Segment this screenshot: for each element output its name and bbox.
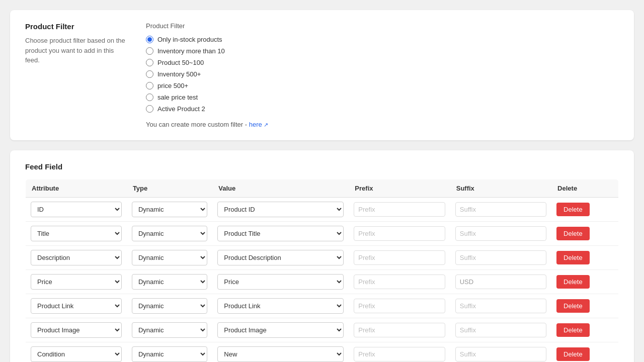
value-select-1[interactable]: Product Title xyxy=(217,226,344,241)
value-select-3[interactable]: Price xyxy=(217,274,344,290)
radio-input-6[interactable] xyxy=(146,105,153,113)
filter-left-title: Product Filter xyxy=(25,22,126,31)
prefix-input-5[interactable] xyxy=(354,323,445,337)
radio-input-4[interactable] xyxy=(146,82,153,89)
delete-button-2[interactable]: Delete xyxy=(556,251,590,264)
suffix-input-3[interactable] xyxy=(455,275,546,289)
attribute-select-2[interactable]: Description xyxy=(31,250,122,265)
type-select-1[interactable]: Dynamic xyxy=(132,226,207,241)
feed-field-title: Feed Field xyxy=(25,162,619,171)
radio-input-0[interactable] xyxy=(146,36,153,43)
type-select-3[interactable]: Dynamic xyxy=(132,274,207,290)
radio-item[interactable]: price 500+ xyxy=(146,82,619,89)
table-row: DescriptionDynamicProduct DescriptionDel… xyxy=(26,246,619,270)
header-suffix: Suffix xyxy=(450,179,551,198)
radio-item[interactable]: Active Product 2 xyxy=(146,105,619,113)
suffix-input-6[interactable] xyxy=(455,347,546,361)
type-select-6[interactable]: Dynamic xyxy=(132,346,207,362)
attribute-select-0[interactable]: ID xyxy=(31,202,122,217)
value-select-2[interactable]: Product Description xyxy=(217,250,344,265)
radio-label-2: Product 50~100 xyxy=(157,59,204,66)
filter-left-description: Choose product filter based on the produ… xyxy=(25,36,126,65)
radio-label-3: Inventory 500+ xyxy=(157,70,201,78)
radio-item[interactable]: Inventory 500+ xyxy=(146,70,619,78)
type-select-2[interactable]: Dynamic xyxy=(132,250,207,265)
type-select-4[interactable]: Dynamic xyxy=(132,298,207,314)
suffix-input-2[interactable] xyxy=(455,250,546,265)
product-filter-section: Product Filter Choose product filter bas… xyxy=(10,10,634,140)
attribute-select-5[interactable]: Product Image xyxy=(31,322,122,338)
feed-table-body: IDDynamicProduct IDDeleteTitleDynamicPro… xyxy=(26,198,619,363)
type-select-0[interactable]: Dynamic xyxy=(132,202,207,217)
value-select-4[interactable]: Product Link xyxy=(217,298,344,314)
suffix-input-5[interactable] xyxy=(455,323,546,337)
table-row: Product LinkDynamicProduct LinkDelete xyxy=(26,294,619,318)
suffix-input-0[interactable] xyxy=(455,202,546,217)
header-type: Type xyxy=(127,179,212,198)
filter-right: Product Filter Only in-stock productsInv… xyxy=(146,22,619,128)
delete-button-4[interactable]: Delete xyxy=(556,299,590,313)
feed-table: Attribute Type Value Prefix Suffix Delet… xyxy=(25,179,619,362)
table-row: PriceDynamicPriceDelete xyxy=(26,270,619,294)
radio-item[interactable]: sale price test xyxy=(146,94,619,101)
radio-item[interactable]: Inventory more than 10 xyxy=(146,47,619,55)
custom-filter-link[interactable]: here ↗ xyxy=(249,121,269,128)
delete-button-0[interactable]: Delete xyxy=(556,203,590,216)
prefix-input-1[interactable] xyxy=(354,226,445,241)
table-header-row: Attribute Type Value Prefix Suffix Delet… xyxy=(26,179,619,198)
external-link-icon: ↗ xyxy=(264,122,268,128)
radio-item[interactable]: Product 50~100 xyxy=(146,59,619,66)
prefix-input-6[interactable] xyxy=(354,347,445,361)
table-row: TitleDynamicProduct TitleDelete xyxy=(26,222,619,246)
table-row: Product ImageDynamicProduct ImageDelete xyxy=(26,318,619,342)
delete-button-3[interactable]: Delete xyxy=(556,275,590,289)
radio-item[interactable]: Only in-stock products xyxy=(146,36,619,43)
attribute-select-3[interactable]: Price xyxy=(31,274,122,290)
prefix-input-3[interactable] xyxy=(354,275,445,289)
prefix-input-2[interactable] xyxy=(354,250,445,265)
delete-button-6[interactable]: Delete xyxy=(556,347,590,361)
suffix-input-4[interactable] xyxy=(455,299,546,313)
radio-input-2[interactable] xyxy=(146,59,153,66)
filter-left: Product Filter Choose product filter bas… xyxy=(25,22,126,128)
custom-filter-note: You can create more custom filter - here… xyxy=(146,121,619,128)
radio-label-5: sale price test xyxy=(157,94,198,101)
type-select-5[interactable]: Dynamic xyxy=(132,322,207,338)
prefix-input-4[interactable] xyxy=(354,299,445,313)
value-select-0[interactable]: Product ID xyxy=(217,202,344,217)
delete-button-5[interactable]: Delete xyxy=(556,323,590,337)
radio-label-4: price 500+ xyxy=(157,82,188,89)
prefix-input-0[interactable] xyxy=(354,202,445,217)
header-value: Value xyxy=(212,179,349,198)
header-delete: Delete xyxy=(551,179,618,198)
attribute-select-1[interactable]: Title xyxy=(31,226,122,241)
header-attribute: Attribute xyxy=(26,179,127,198)
radio-group: Only in-stock productsInventory more tha… xyxy=(146,36,619,113)
attribute-select-4[interactable]: Product Link xyxy=(31,298,122,314)
header-prefix: Prefix xyxy=(349,179,450,198)
delete-button-1[interactable]: Delete xyxy=(556,227,590,240)
radio-label-1: Inventory more than 10 xyxy=(157,47,225,55)
attribute-select-6[interactable]: Condition xyxy=(31,346,122,362)
value-select-5[interactable]: Product Image xyxy=(217,322,344,338)
radio-label-0: Only in-stock products xyxy=(157,36,222,43)
custom-filter-text: You can create more custom filter - xyxy=(146,121,247,128)
radio-input-3[interactable] xyxy=(146,70,153,78)
value-select-6[interactable]: New xyxy=(217,346,344,362)
radio-label-6: Active Product 2 xyxy=(157,105,205,113)
suffix-input-1[interactable] xyxy=(455,226,546,241)
table-row: IDDynamicProduct IDDelete xyxy=(26,198,619,222)
radio-input-1[interactable] xyxy=(146,47,153,55)
feed-field-section: Feed Field Attribute Type Value Prefix S… xyxy=(10,150,634,362)
radio-input-5[interactable] xyxy=(146,94,153,101)
filter-right-title: Product Filter xyxy=(146,22,619,30)
table-row: ConditionDynamicNewDelete xyxy=(26,342,619,363)
